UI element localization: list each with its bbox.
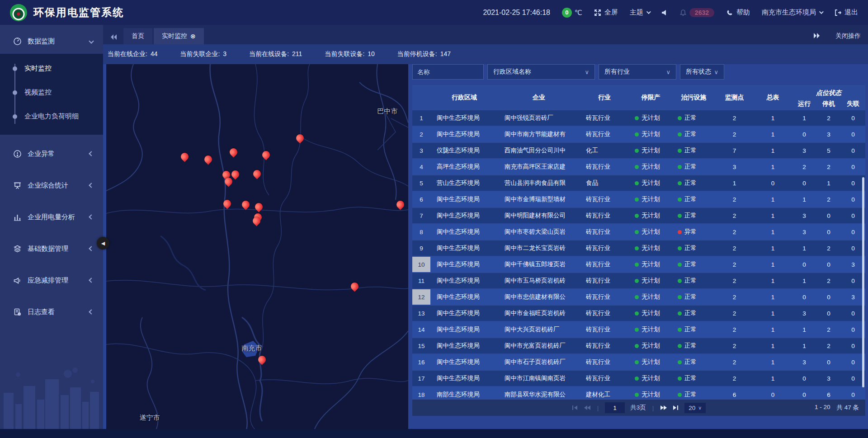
cell-stopped: 2	[816, 110, 841, 126]
scrollbar-thumb[interactable]	[862, 177, 864, 387]
sidebar-item-basic-data[interactable]: 基础数据管理	[0, 236, 103, 261]
cell-stopped: 2	[816, 338, 841, 353]
sidebar-item-data-monitoring[interactable]: 数据监测	[0, 28, 103, 54]
column-header-points: 监测点	[715, 85, 754, 110]
status-dot-icon	[678, 393, 682, 397]
sidebar-item-log-view[interactable]: 日志查看	[0, 299, 103, 325]
table-row[interactable]: 8 阆中生态环境局 阆中市枣碧大梁山页岩 砖瓦行业 无计划 异常 2 1 3 0…	[412, 224, 865, 240]
cell-halt-status: 无计划	[629, 338, 672, 353]
industry-select[interactable]: 所有行业∨	[599, 64, 676, 80]
cell-company: 南充市高坪区王家店建	[498, 159, 580, 174]
table-row[interactable]: 12 阆中生态环境局 阆中市忠信建材有限公 砖瓦行业 无计划 正常 2 1 0 …	[412, 289, 865, 305]
double-chevron-left-icon	[110, 34, 118, 40]
megaphone-icon	[13, 276, 22, 285]
map-roads	[106, 64, 408, 430]
row-index: 6	[412, 192, 430, 207]
table-row[interactable]: 16 阆中生态环境局 阆中市石子页岩机砖厂 砖瓦行业 无计划 正常 2 1 3 …	[412, 354, 865, 370]
chevron-down-icon	[89, 38, 94, 43]
cell-disconnected: 0	[841, 354, 865, 370]
cell-monitor-points: 2	[715, 110, 754, 126]
exit-button[interactable]: 退出	[834, 8, 858, 17]
map-panel[interactable]: 巴中市 南充市 遂宁市	[106, 64, 408, 430]
sidebar-subitem[interactable]: 企业电力负荷明细	[0, 104, 103, 128]
column-header-sub: 运行	[792, 97, 816, 110]
sidebar-subitem[interactable]: 视频监控	[0, 80, 103, 104]
sidebar-subitem[interactable]: 实时监控	[0, 57, 103, 80]
row-index: 7	[412, 208, 430, 223]
table-row[interactable]: 9 阆中生态环境局 阆中市二龙长宝页岩砖 砖瓦行业 无计划 正常 2 1 1 2…	[412, 240, 865, 256]
chevron-left-icon	[89, 309, 94, 314]
table-row[interactable]: 2 阆中生态环境局 阆中市南方节能建材有 砖瓦行业 无计划 正常 2 1 0 3…	[412, 127, 865, 142]
cell-monitor-points: 2	[715, 208, 754, 223]
fullscreen-button[interactable]: 全屏	[594, 8, 618, 17]
status-dot-icon	[678, 132, 682, 137]
help-button[interactable]: 帮助	[726, 8, 750, 17]
table-row[interactable]: 7 阆中生态环境局 阆中明阳建材有限公司 砖瓦行业 无计划 正常 2 1 3 0…	[412, 208, 865, 223]
notifications[interactable]: 2632	[679, 8, 714, 17]
status-dot-icon	[678, 344, 682, 348]
table-row[interactable]: 18 南部生态环境局 南部县双华水泥有限公 建材化工 无计划 正常 6 0 0 …	[412, 387, 865, 400]
sidebar-item-enterprise-statistics[interactable]: 企业综合统计	[0, 173, 103, 198]
table-row[interactable]: 5 营山生态环境局 营山县润丰肉食品有限 食品 无计划 正常 1 0 0 1 0	[412, 175, 865, 191]
tabs-scroll-right-button[interactable]	[813, 33, 820, 40]
column-header-sub: 失联	[841, 97, 865, 110]
sidebar-item-emergency-reduction[interactable]: 应急减排管理	[0, 268, 103, 293]
name-search-input[interactable]	[412, 64, 484, 80]
cell-disconnected: 0	[841, 192, 865, 207]
table-row[interactable]: 11 阆中生态环境局 阆中市五马桥页岩机砖 砖瓦行业 无计划 正常 2 1 1 …	[412, 273, 865, 288]
cell-region: 南部生态环境局	[430, 387, 498, 400]
sidebar-collapse-button[interactable]: ◀	[97, 237, 109, 250]
tab-home[interactable]: 首页	[123, 28, 152, 44]
table-row[interactable]: 6 阆中生态环境局 阆中市金博瑞新型墙材 砖瓦行业 无计划 正常 2 1 1 2…	[412, 192, 865, 207]
org-dropdown[interactable]: 南充市生态环境局	[762, 8, 822, 17]
table-row[interactable]: 10 阆中生态环境局 阆中千佛镇五郎垭页岩 砖瓦行业 无计划 正常 2 1 0 …	[412, 257, 865, 272]
status-select[interactable]: 所有状态∨	[680, 64, 724, 80]
cell-disconnected: 0	[841, 371, 865, 386]
prev-page-button[interactable]	[584, 405, 591, 410]
status-dot-icon	[678, 149, 682, 153]
cell-monitor-points: 2	[715, 224, 754, 240]
tab-close-icon[interactable]: ⊗	[190, 33, 196, 40]
tab-realtime-monitoring[interactable]: 实时监控 ⊗	[154, 28, 204, 44]
sidebar-item-power-analysis[interactable]: 企业用电量分析	[0, 204, 103, 230]
cell-company: 阆中市江南镇阆南页岩	[498, 371, 580, 386]
table-body: 1 阆中生态环境局 阆中强锐页岩砖厂 砖瓦行业 无计划 正常 2 1 1 2 0	[412, 110, 865, 400]
row-index: 5	[412, 175, 430, 191]
row-index: 14	[412, 322, 430, 337]
close-operations-button[interactable]: 关闭操作	[835, 32, 861, 40]
cell-running: 0	[792, 371, 816, 386]
cell-halt-status: 无计划	[629, 322, 672, 337]
table-row[interactable]: 14 阆中生态环境局 阆中大兴页岩机砖厂 砖瓦行业 无计划 正常 2 1 1 2…	[412, 322, 865, 337]
green-dot-icon	[635, 311, 639, 316]
cell-monitor-points: 2	[715, 338, 754, 353]
table-row[interactable]: 13 阆中生态环境局 阆中市金福旺页岩机砖 砖瓦行业 无计划 正常 2 1 3 …	[412, 306, 865, 321]
sidebar-item-enterprise-abnormal[interactable]: 企业异常	[0, 141, 103, 166]
cell-monitor-points: 2	[715, 127, 754, 142]
cell-monitor-points: 7	[715, 143, 754, 158]
map-city-label: 南充市	[242, 344, 262, 353]
region-select[interactable]: 行政区域名称∨	[487, 64, 595, 80]
theme-dropdown[interactable]: 主题	[630, 8, 650, 17]
table-row[interactable]: 17 阆中生态环境局 阆中市江南镇阆南页岩 砖瓦行业 无计划 正常 2 1 0 …	[412, 371, 865, 386]
cell-stopped: 0	[816, 224, 841, 240]
status-dot-icon	[678, 116, 682, 120]
row-index: 13	[412, 306, 430, 321]
cell-region: 营山生态环境局	[430, 175, 498, 191]
cell-facility-status: 正常	[672, 354, 715, 370]
page-number-input[interactable]	[605, 402, 625, 413]
page-size-select[interactable]: 20 ∨	[684, 403, 706, 413]
mute-button[interactable]	[661, 9, 668, 16]
table-row[interactable]: 1 阆中生态环境局 阆中强锐页岩砖厂 砖瓦行业 无计划 正常 2 1 1 2 0	[412, 110, 865, 126]
next-page-button[interactable]	[660, 405, 667, 410]
cell-monitor-points: 6	[715, 387, 754, 400]
table-row[interactable]: 4 高坪生态环境局 南充市高坪区王家店建 砖瓦行业 无计划 正常 3 1 2 2…	[412, 159, 865, 174]
green-dot-icon	[635, 230, 639, 234]
first-page-button[interactable]	[572, 405, 578, 410]
column-header-industry: 行业	[580, 85, 629, 110]
cell-stopped: 6	[816, 387, 841, 400]
tabs-scroll-left-button[interactable]	[110, 34, 118, 40]
last-page-button[interactable]	[673, 405, 679, 410]
table-row[interactable]: 3 仪陇生态环境局 西南油气田分公司川中 化工 无计划 正常 7 1 3 5 0	[412, 143, 865, 158]
table-row[interactable]: 15 阆中生态环境局 阆中市光富页岩机砖厂 砖瓦行业 无计划 正常 2 1 1 …	[412, 338, 865, 353]
cell-running: 0	[792, 175, 816, 191]
